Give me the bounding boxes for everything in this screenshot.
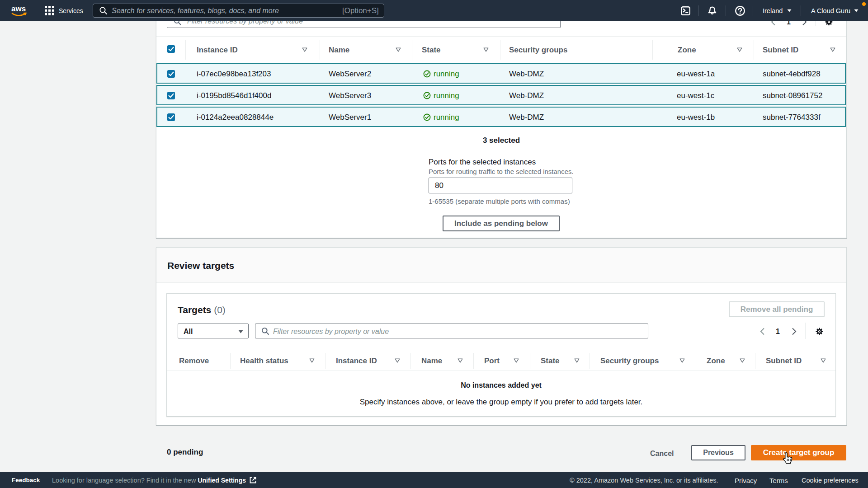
svg-text:aws: aws xyxy=(11,5,26,13)
